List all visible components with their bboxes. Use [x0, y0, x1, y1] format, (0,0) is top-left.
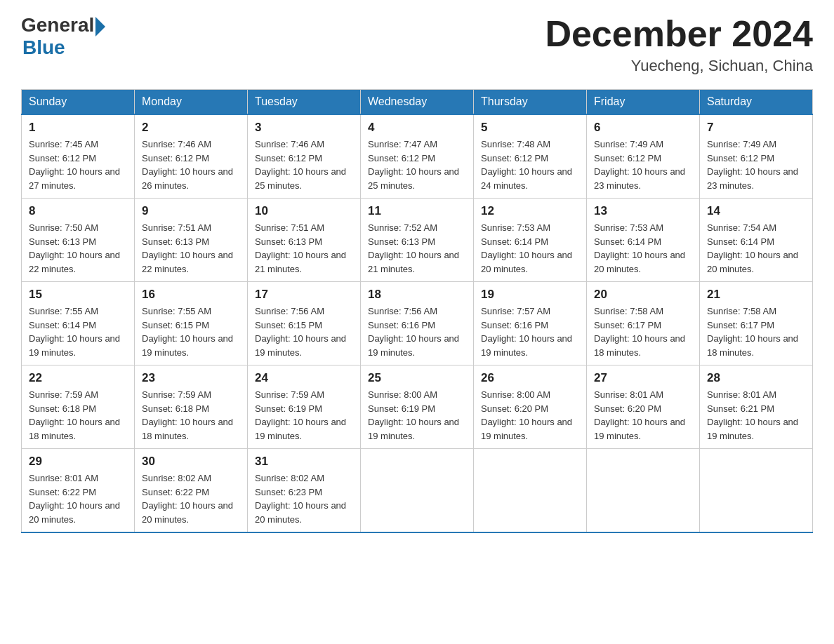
calendar-cell: 18Sunrise: 7:56 AMSunset: 6:16 PMDayligh…: [361, 282, 474, 365]
day-number: 21: [707, 288, 805, 302]
column-header-saturday: Saturday: [700, 90, 813, 115]
logo: General Blue: [21, 14, 105, 59]
day-number: 20: [594, 288, 692, 302]
day-number: 7: [707, 121, 805, 135]
calendar-cell: 7Sunrise: 7:49 AMSunset: 6:12 PMDaylight…: [700, 114, 813, 199]
calendar-cell: 10Sunrise: 7:51 AMSunset: 6:13 PMDayligh…: [248, 199, 361, 282]
day-info: Sunrise: 7:59 AMSunset: 6:19 PMDaylight:…: [255, 388, 353, 443]
day-info: Sunrise: 8:01 AMSunset: 6:20 PMDaylight:…: [594, 388, 692, 443]
column-header-monday: Monday: [135, 90, 248, 115]
month-title: December 2024: [545, 14, 813, 54]
calendar-cell: 4Sunrise: 7:47 AMSunset: 6:12 PMDaylight…: [361, 114, 474, 199]
day-info: Sunrise: 7:51 AMSunset: 6:13 PMDaylight:…: [142, 221, 240, 276]
calendar-cell: 21Sunrise: 7:58 AMSunset: 6:17 PMDayligh…: [700, 282, 813, 365]
day-number: 17: [255, 288, 353, 302]
calendar-cell: [587, 449, 700, 533]
day-number: 12: [481, 204, 579, 218]
calendar-cell: 31Sunrise: 8:02 AMSunset: 6:23 PMDayligh…: [248, 449, 361, 533]
day-info: Sunrise: 7:48 AMSunset: 6:12 PMDaylight:…: [481, 137, 579, 192]
calendar-cell: [700, 449, 813, 533]
calendar-week-row: 29Sunrise: 8:01 AMSunset: 6:22 PMDayligh…: [22, 449, 813, 533]
logo-triangle-icon: [95, 17, 105, 36]
calendar-week-row: 1Sunrise: 7:45 AMSunset: 6:12 PMDaylight…: [22, 114, 813, 199]
calendar-cell: 29Sunrise: 8:01 AMSunset: 6:22 PMDayligh…: [22, 449, 135, 533]
calendar-cell: 12Sunrise: 7:53 AMSunset: 6:14 PMDayligh…: [474, 199, 587, 282]
day-number: 16: [142, 288, 240, 302]
day-number: 14: [707, 204, 805, 218]
calendar-week-row: 8Sunrise: 7:50 AMSunset: 6:13 PMDaylight…: [22, 199, 813, 282]
day-number: 8: [29, 204, 127, 218]
day-info: Sunrise: 8:02 AMSunset: 6:23 PMDaylight:…: [255, 471, 353, 526]
day-number: 23: [142, 371, 240, 385]
calendar-cell: 9Sunrise: 7:51 AMSunset: 6:13 PMDaylight…: [135, 199, 248, 282]
column-header-friday: Friday: [587, 90, 700, 115]
calendar-cell: 3Sunrise: 7:46 AMSunset: 6:12 PMDaylight…: [248, 114, 361, 199]
day-info: Sunrise: 7:49 AMSunset: 6:12 PMDaylight:…: [707, 137, 805, 192]
day-info: Sunrise: 7:46 AMSunset: 6:12 PMDaylight:…: [142, 137, 240, 192]
day-number: 29: [29, 455, 127, 469]
day-info: Sunrise: 7:54 AMSunset: 6:14 PMDaylight:…: [707, 221, 805, 276]
day-info: Sunrise: 7:47 AMSunset: 6:12 PMDaylight:…: [368, 137, 466, 192]
page-header: General Blue December 2024 Yuecheng, Sic…: [21, 14, 813, 75]
day-number: 3: [255, 121, 353, 135]
day-number: 2: [142, 121, 240, 135]
day-number: 15: [29, 288, 127, 302]
calendar-cell: [361, 449, 474, 533]
day-number: 19: [481, 288, 579, 302]
day-info: Sunrise: 7:52 AMSunset: 6:13 PMDaylight:…: [368, 221, 466, 276]
day-number: 26: [481, 371, 579, 385]
day-info: Sunrise: 7:55 AMSunset: 6:14 PMDaylight:…: [29, 304, 127, 359]
calendar-header-row: SundayMondayTuesdayWednesdayThursdayFrid…: [22, 90, 813, 115]
day-info: Sunrise: 7:53 AMSunset: 6:14 PMDaylight:…: [594, 221, 692, 276]
day-info: Sunrise: 7:49 AMSunset: 6:12 PMDaylight:…: [594, 137, 692, 192]
calendar-cell: 1Sunrise: 7:45 AMSunset: 6:12 PMDaylight…: [22, 114, 135, 199]
day-info: Sunrise: 8:02 AMSunset: 6:22 PMDaylight:…: [142, 471, 240, 526]
day-number: 5: [481, 121, 579, 135]
day-info: Sunrise: 8:01 AMSunset: 6:21 PMDaylight:…: [707, 388, 805, 443]
day-number: 31: [255, 455, 353, 469]
calendar-cell: 23Sunrise: 7:59 AMSunset: 6:18 PMDayligh…: [135, 365, 248, 449]
column-header-tuesday: Tuesday: [248, 90, 361, 115]
column-header-thursday: Thursday: [474, 90, 587, 115]
day-info: Sunrise: 7:51 AMSunset: 6:13 PMDaylight:…: [255, 221, 353, 276]
calendar-week-row: 15Sunrise: 7:55 AMSunset: 6:14 PMDayligh…: [22, 282, 813, 365]
day-info: Sunrise: 7:46 AMSunset: 6:12 PMDaylight:…: [255, 137, 353, 192]
calendar-week-row: 22Sunrise: 7:59 AMSunset: 6:18 PMDayligh…: [22, 365, 813, 449]
location-subtitle: Yuecheng, Sichuan, China: [545, 57, 813, 75]
calendar-cell: 6Sunrise: 7:49 AMSunset: 6:12 PMDaylight…: [587, 114, 700, 199]
title-section: December 2024 Yuecheng, Sichuan, China: [545, 14, 813, 75]
day-number: 27: [594, 371, 692, 385]
column-header-sunday: Sunday: [22, 90, 135, 115]
day-info: Sunrise: 7:59 AMSunset: 6:18 PMDaylight:…: [142, 388, 240, 443]
day-number: 9: [142, 204, 240, 218]
day-info: Sunrise: 7:59 AMSunset: 6:18 PMDaylight:…: [29, 388, 127, 443]
day-number: 13: [594, 204, 692, 218]
day-number: 30: [142, 455, 240, 469]
day-info: Sunrise: 7:56 AMSunset: 6:15 PMDaylight:…: [255, 304, 353, 359]
calendar-table: SundayMondayTuesdayWednesdayThursdayFrid…: [21, 89, 813, 533]
day-number: 24: [255, 371, 353, 385]
day-info: Sunrise: 7:45 AMSunset: 6:12 PMDaylight:…: [29, 137, 127, 192]
calendar-cell: 20Sunrise: 7:58 AMSunset: 6:17 PMDayligh…: [587, 282, 700, 365]
day-number: 25: [368, 371, 466, 385]
day-info: Sunrise: 7:57 AMSunset: 6:16 PMDaylight:…: [481, 304, 579, 359]
day-number: 1: [29, 121, 127, 135]
calendar-cell: [474, 449, 587, 533]
calendar-cell: 5Sunrise: 7:48 AMSunset: 6:12 PMDaylight…: [474, 114, 587, 199]
calendar-cell: 2Sunrise: 7:46 AMSunset: 6:12 PMDaylight…: [135, 114, 248, 199]
day-info: Sunrise: 7:58 AMSunset: 6:17 PMDaylight:…: [707, 304, 805, 359]
day-number: 4: [368, 121, 466, 135]
calendar-cell: 13Sunrise: 7:53 AMSunset: 6:14 PMDayligh…: [587, 199, 700, 282]
calendar-cell: 30Sunrise: 8:02 AMSunset: 6:22 PMDayligh…: [135, 449, 248, 533]
day-number: 22: [29, 371, 127, 385]
day-number: 18: [368, 288, 466, 302]
logo-general: General: [21, 14, 94, 36]
calendar-cell: 14Sunrise: 7:54 AMSunset: 6:14 PMDayligh…: [700, 199, 813, 282]
day-info: Sunrise: 7:58 AMSunset: 6:17 PMDaylight:…: [594, 304, 692, 359]
column-header-wednesday: Wednesday: [361, 90, 474, 115]
day-info: Sunrise: 7:53 AMSunset: 6:14 PMDaylight:…: [481, 221, 579, 276]
day-info: Sunrise: 7:55 AMSunset: 6:15 PMDaylight:…: [142, 304, 240, 359]
day-info: Sunrise: 7:50 AMSunset: 6:13 PMDaylight:…: [29, 221, 127, 276]
day-number: 10: [255, 204, 353, 218]
calendar-cell: 15Sunrise: 7:55 AMSunset: 6:14 PMDayligh…: [22, 282, 135, 365]
